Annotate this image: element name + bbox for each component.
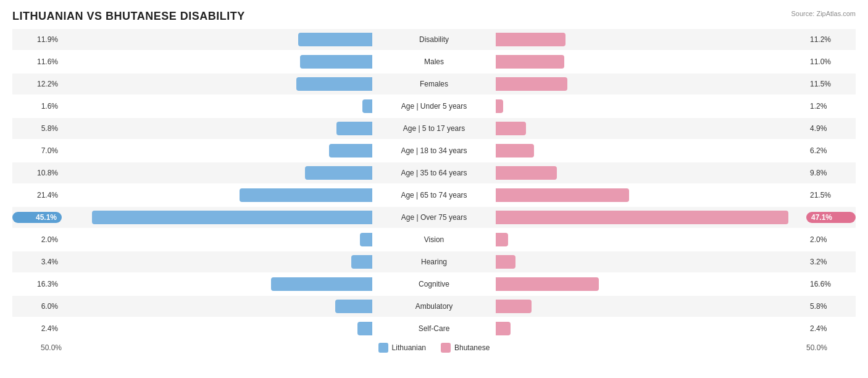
bar-row: 6.0% Ambulatory 5.8% [12,296,856,317]
left-bar [351,255,372,269]
bar-label: Females [372,80,496,88]
right-bar [496,33,565,46]
right-bar-wrap [496,166,806,180]
right-value: 2.4% [806,324,856,333]
left-bar-wrap [62,255,372,269]
right-value: 16.6% [806,280,856,288]
right-bar [496,188,629,202]
left-bar-wrap [62,55,372,69]
chart-area: 11.9% Disability 11.2% 11.6% Males 11.0%… [12,29,856,339]
left-value: 11.9% [12,35,62,44]
row-inner: 45.1% Age | Over 75 years 47.1% [12,207,856,228]
right-value: 47.1% [806,212,856,223]
bar-row: 7.0% Age | 18 to 34 years 6.2% [12,140,856,161]
right-bar [496,144,534,158]
left-bar [336,122,372,135]
right-bar [496,55,564,69]
row-inner: 1.6% Age | Under 5 years 1.2% [12,96,856,117]
left-bar-wrap [62,233,372,246]
left-bar [335,300,372,313]
bar-row: 2.0% Vision 2.0% [12,229,856,250]
left-value: 2.0% [12,235,62,244]
left-bar [240,188,372,202]
bar-row: 1.6% Age | Under 5 years 1.2% [12,96,856,117]
right-bar [496,255,515,269]
bar-label: Males [372,57,496,66]
left-value: 21.4% [12,191,62,200]
bar-label: Age | 5 to 17 years [372,124,496,133]
left-bar-wrap [62,144,372,158]
bar-label: Age | 35 to 64 years [372,169,496,177]
right-value: 4.9% [806,124,856,133]
right-bar-wrap [496,322,806,335]
right-bar-wrap [496,77,806,91]
right-value: 21.5% [806,191,856,200]
right-bar-wrap [496,255,806,269]
bar-label: Ambulatory [372,302,496,311]
left-bar-wrap [62,99,372,113]
source-label: Source: ZipAtlas.com [791,10,856,17]
left-value: 12.2% [12,80,62,88]
row-inner: 2.0% Vision 2.0% [12,229,856,250]
right-bar-wrap [496,55,806,69]
row-inner: 21.4% Age | 65 to 74 years 21.5% [12,185,856,206]
left-bar [357,322,372,335]
bar-row: 5.8% Age | 5 to 17 years 4.9% [12,118,856,139]
right-value: 2.0% [806,235,856,244]
right-bar-wrap [496,33,806,46]
right-bar-wrap [496,144,806,158]
bar-label: Self-Care [372,324,496,333]
right-value: 9.8% [806,169,856,177]
bar-row: 11.9% Disability 11.2% [12,29,856,50]
row-inner: 3.4% Hearing 3.2% [12,251,856,272]
left-bar-wrap [62,122,372,135]
chart-legend: Lithuanian Bhutanese [378,343,490,353]
left-value: 3.4% [12,258,62,266]
legend-lithuanian: Lithuanian [378,343,426,353]
right-bar [496,77,567,91]
left-value: 5.8% [12,124,62,133]
right-value: 11.5% [806,80,856,88]
left-bar [296,77,372,91]
row-inner: 7.0% Age | 18 to 34 years 6.2% [12,140,856,161]
left-bar [329,144,372,158]
right-bar-wrap [496,122,806,135]
right-bar [496,166,557,180]
right-bar-wrap [496,277,806,291]
left-bar [271,277,372,291]
legend-bhutanese: Bhutanese [441,343,490,353]
left-value: 45.1% [12,212,62,223]
row-inner: 11.9% Disability 11.2% [12,29,856,50]
right-value: 11.0% [806,57,856,66]
left-value: 10.8% [12,169,62,177]
chart-title: LITHUANIAN VS BHUTANESE DISABILITY [12,10,856,23]
bar-row: 2.4% Self-Care 2.4% [12,318,856,339]
row-inner: 10.8% Age | 35 to 64 years 9.8% [12,162,856,183]
right-value: 6.2% [806,146,856,155]
left-bar-wrap [62,322,372,335]
right-bar [496,300,532,313]
left-value: 6.0% [12,302,62,311]
left-bar [92,211,372,224]
row-inner: 2.4% Self-Care 2.4% [12,318,856,339]
bar-label: Age | 18 to 34 years [372,146,496,155]
legend-lithuanian-swatch [378,343,388,353]
right-bar-wrap [496,233,806,246]
right-bar-wrap [496,300,806,313]
legend-bhutanese-label: Bhutanese [454,343,490,352]
footer-right-value: 50.0% [806,343,856,352]
right-bar-wrap [496,188,806,202]
left-bar-wrap [62,211,372,224]
left-value: 7.0% [12,146,62,155]
left-bar-wrap [62,300,372,313]
bar-label: Vision [372,235,496,244]
bar-label: Age | 65 to 74 years [372,191,496,200]
left-bar [298,33,372,46]
row-inner: 11.6% Males 11.0% [12,51,856,72]
left-bar-wrap [62,277,372,291]
right-bar [496,122,526,135]
bar-label: Age | Under 5 years [372,102,496,111]
right-bar [496,233,508,246]
chart-footer: 50.0% Lithuanian Bhutanese 50.0% [12,343,856,353]
left-bar [362,99,372,113]
